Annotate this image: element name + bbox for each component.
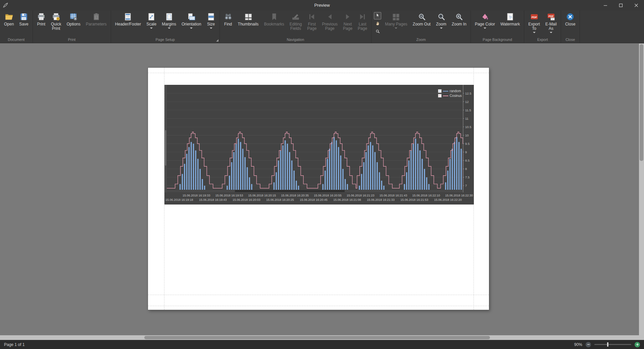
close-circle-icon (566, 12, 575, 21)
e-mail-as-button[interactable]: PDFE-Mail As (543, 11, 559, 37)
zoom-in-button[interactable]: Zoom In (449, 11, 469, 37)
svg-text:PDF: PDF (548, 15, 554, 18)
button-label: Find (224, 22, 232, 26)
export-pdf-icon: PDF (530, 12, 539, 21)
first-page-icon (307, 12, 316, 21)
zoom-control: 90% (574, 342, 640, 347)
ribbon-group-export: PDFExport ToPDFE-Mail AsExport (524, 10, 561, 43)
close-button[interactable]: Close (562, 11, 578, 37)
page-color-button[interactable]: Page Color (472, 11, 498, 37)
header-footer-button[interactable]: Header/Footer (112, 11, 144, 37)
thumbnails-icon (244, 12, 253, 21)
zoom-out-button[interactable]: Zoom Out (410, 11, 433, 37)
mouse-pointer-tool-button[interactable] (374, 12, 381, 19)
legend-label: random (450, 89, 461, 93)
dropdown-caret-icon (190, 27, 193, 29)
button-label: Margins (162, 22, 176, 26)
bookmarks-button: Bookmarks (261, 11, 287, 37)
zoom-icon (437, 12, 446, 21)
vertical-scrollbar-thumb[interactable] (640, 44, 643, 161)
horizontal-scrollbar[interactable] (0, 335, 639, 340)
zoom-out-icon[interactable] (586, 342, 591, 347)
scale-button[interactable]: Scale (144, 11, 159, 37)
maximize-restore-icon[interactable] (613, 0, 629, 10)
find-icon (224, 12, 233, 21)
status-bar: Page 1 of 1 90% (0, 340, 644, 349)
margins-button[interactable]: Margins (159, 11, 179, 37)
thumbnails-button[interactable]: Thumbnails (235, 11, 261, 37)
zoom-in-icon[interactable] (635, 342, 640, 347)
x-axis-label: 15.06.2018 16:19:53 (215, 194, 243, 197)
zoom-in-icon (455, 12, 463, 21)
button-label: Header/Footer (115, 22, 141, 26)
svg-text:12.5: 12.5 (465, 92, 472, 95)
page-indicator: Page 1 of 1 (4, 342, 24, 347)
export-to-button[interactable]: PDFExport To (526, 11, 543, 37)
margins-icon (165, 12, 174, 21)
svg-text:7.5: 7.5 (465, 175, 469, 179)
legend-item-random[interactable]: ✓random (438, 89, 462, 93)
close-window-icon[interactable] (629, 0, 644, 10)
button-label: E-Mail As (545, 22, 557, 31)
horizontal-scrollbar-thumb[interactable] (144, 336, 490, 339)
save-button[interactable]: Save (16, 11, 31, 37)
quick-print-button[interactable]: Quick Print (48, 11, 64, 37)
watermark-button[interactable]: AWatermark (498, 11, 523, 37)
button-label: Watermark (500, 22, 520, 26)
button-label: Size (207, 22, 215, 26)
button-label: Zoom Out (413, 22, 431, 26)
legend-line-sample (443, 96, 448, 96)
minimize-icon[interactable] (598, 0, 613, 10)
zoom-button[interactable]: Zoom (433, 11, 449, 37)
header-footer-icon (123, 12, 132, 21)
legend-checkbox[interactable]: ✓ (438, 89, 442, 93)
chart-plot[interactable]: 77.588.599.51010.51111.51212.5 (164, 85, 474, 192)
button-label: Close (565, 22, 576, 26)
many-pages-icon (392, 12, 400, 21)
legend-line-sample (443, 91, 448, 92)
x-axis-labels-bottom: 15.06.2018 16:19:1815.06.2018 16:19:4315… (164, 198, 474, 201)
button-label: Quick Print (51, 22, 61, 31)
size-button[interactable]: Size (204, 11, 218, 37)
x-axis-label: 15.06.2018 16:21:33 (367, 198, 395, 201)
app-icon (3, 2, 9, 8)
x-axis-label: 15.06.2018 16:20:55 (314, 194, 342, 197)
open-button[interactable]: Open (1, 11, 16, 37)
zoom-slider-thumb[interactable] (607, 342, 608, 347)
vertical-scrollbar[interactable] (639, 44, 644, 335)
next-page-icon (343, 12, 352, 21)
x-axis-label: 15.06.2018 16:20:45 (300, 198, 328, 201)
orientation-button[interactable]: Orientation (179, 11, 204, 37)
hand-tool-button[interactable] (374, 20, 381, 27)
group-label: Close (561, 37, 580, 43)
magnifier-tool-button[interactable] (374, 28, 381, 36)
x-axis-label: 15.06.2018 16:19:18 (165, 198, 193, 201)
orientation-icon (187, 12, 196, 21)
ribbon-group-document: OpenSaveDocument (0, 10, 33, 43)
print-button[interactable]: Print (34, 11, 48, 37)
page-setup-dialog-launcher-icon[interactable] (216, 39, 218, 42)
legend-checkbox[interactable]: ✓ (438, 94, 442, 98)
svg-text:10.5: 10.5 (465, 125, 472, 129)
group-label: Page Setup (111, 37, 219, 43)
button-label: Save (19, 22, 28, 26)
save-icon (19, 12, 28, 21)
previous-page-icon (326, 12, 334, 21)
legend-label: Cosinus (450, 94, 462, 98)
legend-item-cosinus[interactable]: ✓Cosinus (438, 94, 462, 98)
chart-legend: ✓random✓Cosinus (438, 89, 462, 98)
button-label: Many Pages (385, 22, 407, 26)
svg-text:?: ? (95, 16, 97, 19)
svg-text:9: 9 (465, 150, 467, 154)
window-controls (598, 0, 644, 10)
page-color-icon (481, 12, 489, 21)
print-icon (37, 12, 46, 21)
x-axis-label: 15.06.2018 16:20:15 (248, 194, 276, 197)
zoom-slider[interactable] (594, 344, 631, 345)
svg-text:9.5: 9.5 (465, 142, 469, 146)
button-label: Options (66, 22, 80, 26)
find-button[interactable]: Find (221, 11, 235, 37)
dropdown-caret-icon (168, 27, 170, 29)
group-label: Document (0, 37, 33, 43)
options-button[interactable]: Options (64, 11, 83, 37)
